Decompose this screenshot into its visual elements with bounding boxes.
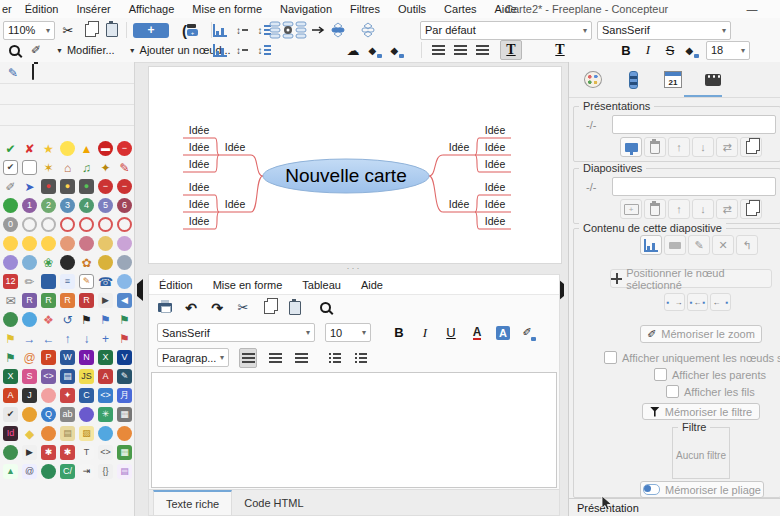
palette-icon[interactable]: ● [79, 179, 94, 194]
node-label[interactable]: Idée [449, 198, 470, 210]
palette-icon[interactable]: ➤ [22, 179, 37, 194]
editor-menu-mise-en-forme[interactable]: Mise en forme [213, 279, 283, 291]
palette-icon[interactable]: ✏ [22, 274, 37, 289]
tab-icons[interactable] [623, 71, 643, 89]
palette-icon[interactable]: ✦ [60, 388, 75, 403]
palette-icon[interactable]: R [22, 293, 37, 308]
palette-icon[interactable]: ⚑ [117, 312, 132, 327]
new-slide-button[interactable]: + [620, 199, 642, 219]
palette-icon[interactable] [79, 236, 94, 251]
editor-menu-aide[interactable]: Aide [361, 279, 383, 291]
palette-icon[interactable]: ✎ [117, 369, 132, 384]
node-left-button[interactable]: ▪→ [664, 293, 685, 311]
palette-icon[interactable] [22, 217, 37, 232]
node-label[interactable]: Idée [485, 124, 506, 136]
menu-item-inserer[interactable]: Insérer [67, 0, 119, 18]
editor-font-select[interactable]: SansSerif ▾ [157, 323, 315, 342]
move-slide-down-button[interactable]: ↓ [692, 199, 714, 219]
find-button[interactable] [6, 41, 22, 59]
palette-icon[interactable] [60, 236, 75, 251]
palette-icon[interactable]: ✱ [60, 445, 75, 460]
palette-icon[interactable] [41, 236, 56, 251]
node-label[interactable]: Idée [189, 158, 210, 170]
palette-icon[interactable]: R [60, 293, 75, 308]
node-label[interactable]: Idée [225, 198, 246, 210]
palette-icon[interactable]: ▶ [98, 293, 113, 308]
palette-icon[interactable]: ↓ [79, 331, 94, 346]
strike-button[interactable]: S [662, 41, 678, 59]
palette-icon[interactable]: Q [41, 407, 56, 422]
palette-icon[interactable] [98, 236, 113, 251]
palette-icon[interactable]: 月 [117, 388, 132, 403]
palette-icon[interactable] [22, 407, 37, 422]
add-child-node-button[interactable]: ( + [175, 21, 205, 39]
edit-style-button[interactable]: ✐ [28, 41, 44, 59]
palette-icon[interactable]: − [117, 179, 132, 194]
palette-icon[interactable]: ▶ [22, 445, 37, 460]
palette-icon[interactable]: ☎ [98, 274, 113, 289]
delete-slide-button[interactable] [644, 199, 666, 219]
palette-icon[interactable]: 2 [41, 198, 56, 213]
palette-icon[interactable]: ↑ [60, 331, 75, 346]
tab-texte-riche[interactable]: Texte riche [153, 490, 232, 515]
bullet-list-button[interactable] [327, 349, 343, 367]
palette-icon[interactable]: ✐ [3, 179, 18, 194]
presentation-select[interactable] [612, 115, 776, 134]
root-node-label[interactable]: Nouvelle carte [285, 165, 406, 186]
palette-icon[interactable]: 5 [98, 198, 113, 213]
palette-icon[interactable]: ✳ [98, 407, 113, 422]
tab-presentation[interactable] [703, 74, 723, 86]
palette-icon[interactable]: − [98, 179, 113, 194]
palette-icon[interactable]: ✎ [79, 274, 94, 289]
palette-icon[interactable] [79, 217, 94, 232]
palette-icon[interactable] [41, 464, 56, 479]
palette-icon[interactable]: N [79, 350, 94, 365]
palette-icon[interactable] [98, 255, 113, 270]
palette-icon[interactable]: ★ [41, 141, 56, 156]
menu-item-navigation[interactable]: Navigation [271, 0, 341, 18]
palette-icon[interactable]: ❀ [41, 255, 56, 270]
print-button[interactable] [157, 299, 173, 317]
align-center-button[interactable] [452, 41, 468, 59]
align-left-button[interactable] [430, 41, 446, 59]
node-center-button[interactable]: ▪←▪ [687, 293, 708, 311]
position-node-button[interactable]: Positionner le nœud sélectionné [610, 269, 772, 288]
apply-to-map-button[interactable]: ↰ [736, 235, 758, 255]
palette-icon[interactable]: 0 [3, 217, 18, 232]
style-select[interactable]: Par défaut ▾ [420, 21, 592, 40]
menu-item-cartes[interactable]: Cartes [435, 0, 485, 18]
palette-icon[interactable]: ✦ [98, 160, 113, 175]
palette-icon[interactable] [41, 426, 56, 441]
format-core-text-button[interactable]: T [500, 40, 522, 60]
palette-icon[interactable]: ▬ [98, 141, 113, 156]
palette-icon[interactable]: ▲ [79, 141, 94, 156]
editor-align-left-button[interactable] [239, 348, 257, 368]
palette-icon[interactable]: ✶ [41, 160, 56, 175]
copy-slide-button[interactable] [740, 199, 762, 219]
palette-icon[interactable]: ✎ [117, 160, 132, 175]
palette-icon[interactable] [60, 255, 75, 270]
palette-icon[interactable]: @ [22, 464, 37, 479]
palette-icon[interactable]: ≡ [60, 274, 75, 289]
palette-icon[interactable] [117, 426, 132, 441]
remove-slide-content-button[interactable]: ✕ [712, 235, 734, 255]
move-slide-up-button[interactable]: ↑ [668, 199, 690, 219]
palette-icon[interactable] [117, 255, 132, 270]
menu-item-outils[interactable]: Outils [389, 0, 435, 18]
sort-button[interactable] [212, 21, 228, 39]
palette-icon[interactable]: ❖ [41, 312, 56, 327]
palette-icon[interactable] [41, 274, 56, 289]
palette-icon[interactable]: ▦ [117, 407, 132, 422]
editor-align-right-button[interactable] [293, 349, 309, 367]
menu-item-filtres[interactable]: Filtres [341, 0, 389, 18]
palette-icon[interactable]: JS [79, 369, 94, 384]
palette-icon[interactable]: ♫ [79, 160, 94, 175]
tab-format[interactable] [583, 71, 603, 88]
tab-code-html[interactable]: Code HTML [232, 490, 315, 515]
bold-button[interactable]: B [618, 41, 634, 59]
editor-bold-button[interactable]: B [391, 324, 407, 342]
palette-icon[interactable] [22, 312, 37, 327]
node-label[interactable]: Idée [485, 215, 506, 227]
editor-menu-edition[interactable]: Édition [159, 279, 193, 291]
node-label[interactable]: Idée [189, 124, 210, 136]
